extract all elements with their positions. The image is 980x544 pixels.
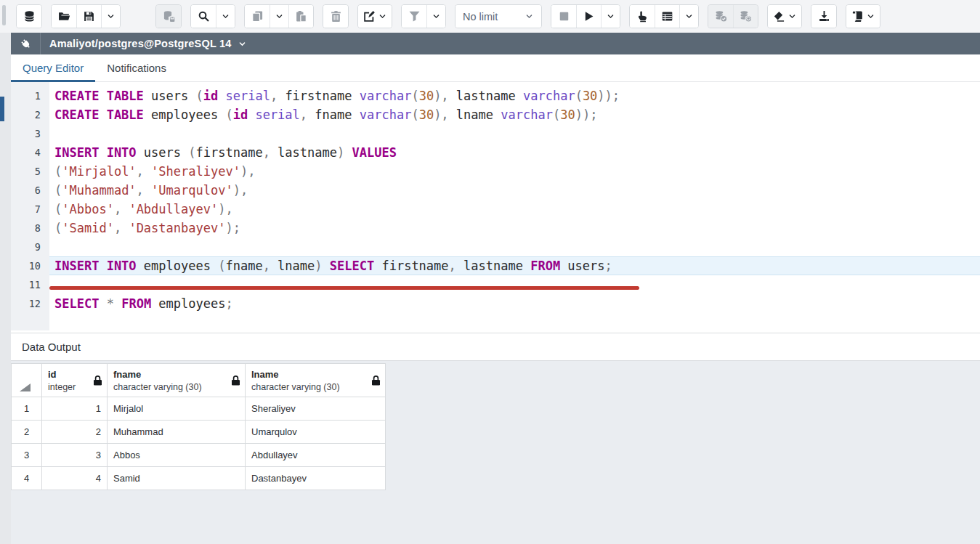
table-cell[interactable]: Sheraliyev <box>246 397 386 421</box>
line-code[interactable] <box>49 124 980 143</box>
editor-line[interactable]: 2CREATE TABLE employees (id serial, fnam… <box>11 105 980 124</box>
execute-options-button[interactable] <box>601 5 620 28</box>
sql-token: ( <box>54 202 62 216</box>
copy-button[interactable] <box>245 5 270 28</box>
editor-line[interactable]: 6('Muhammad', 'Umarqulov'), <box>11 181 980 200</box>
table-cell[interactable]: Dastanbayev <box>246 467 386 490</box>
column-header-id[interactable]: idinteger <box>42 364 108 397</box>
line-code[interactable]: ('Samid', 'Dastanbayev'); <box>49 219 980 238</box>
line-code[interactable]: INSERT INTO employees (fname, lname) SEL… <box>49 256 980 275</box>
table-cell[interactable]: Umarqulov <box>246 421 386 444</box>
connection-group <box>16 4 42 28</box>
column-name: fname <box>113 369 229 380</box>
paste-button[interactable] <box>288 5 313 28</box>
find-group <box>190 4 235 28</box>
sql-editor[interactable]: 1CREATE TABLE users (id serial, firstnam… <box>11 82 980 333</box>
select-all-corner[interactable] <box>12 364 42 397</box>
table-cell[interactable]: 3 <box>42 444 108 467</box>
explain-options-button[interactable] <box>679 5 698 28</box>
row-number[interactable]: 1 <box>12 397 42 421</box>
cancel-query-button[interactable] <box>551 5 576 28</box>
table-cell[interactable]: Abdullayev <box>246 444 386 467</box>
panel-resize-handle[interactable] <box>0 97 4 121</box>
editor-line[interactable]: 5('Mirjalol', 'Sheraliyev'), <box>11 162 980 181</box>
line-code[interactable]: ('Mirjalol', 'Sheraliyev'), <box>49 162 980 181</box>
explain-analyze-button[interactable] <box>655 5 679 28</box>
line-code[interactable] <box>49 275 980 294</box>
sql-token: 30 <box>419 89 434 103</box>
table-cell[interactable]: 1 <box>42 397 108 421</box>
editor-line[interactable]: 10INSERT INTO employees (fname, lname) S… <box>11 256 980 275</box>
macros-button[interactable] <box>846 5 880 28</box>
chevron-down-icon <box>106 12 116 21</box>
find-button[interactable] <box>191 5 216 28</box>
sql-token: ) <box>337 145 352 160</box>
line-code[interactable]: CREATE TABLE employees (id serial, fname… <box>49 105 980 124</box>
find-options-button[interactable] <box>216 5 235 28</box>
chevron-down-icon <box>866 12 875 21</box>
tab-query-editor[interactable]: Query Editor <box>11 54 95 81</box>
new-connection-button[interactable] <box>17 5 41 28</box>
delete-button[interactable] <box>323 5 348 28</box>
rollback-button[interactable] <box>733 5 758 28</box>
chevron-down-icon[interactable] <box>238 39 247 49</box>
explain-button[interactable] <box>630 5 655 28</box>
panel-scrollbar-thumb[interactable] <box>2 5 6 25</box>
line-code[interactable]: SELECT * FROM employees; <box>49 294 980 313</box>
save-data-changes-button[interactable] <box>156 5 181 28</box>
row-number[interactable]: 4 <box>12 467 42 490</box>
editor-line[interactable]: 11 <box>11 275 980 294</box>
editor-line[interactable]: 3 <box>11 124 980 143</box>
sql-token: varchar <box>360 107 412 122</box>
sql-token: 'Mirjalol' <box>62 164 136 179</box>
tab-query-editor-label: Query Editor <box>23 62 84 74</box>
filter-options-button[interactable] <box>426 5 445 28</box>
sql-token: ; <box>605 259 612 273</box>
clear-button[interactable] <box>768 5 801 28</box>
table-cell[interactable]: Abbos <box>108 444 246 467</box>
commit-button[interactable] <box>708 5 733 28</box>
filter-button[interactable] <box>402 5 426 28</box>
sql-token <box>218 89 225 103</box>
line-code[interactable]: INSERT INTO users (firstname, lastname) … <box>49 143 980 162</box>
save-button[interactable] <box>76 5 101 28</box>
sql-token: ); <box>225 221 240 235</box>
line-code[interactable]: CREATE TABLE users (id serial, firstname… <box>49 86 980 105</box>
table-cell[interactable]: 4 <box>42 467 108 490</box>
download-button[interactable] <box>811 5 836 28</box>
line-number: 6 <box>11 181 49 200</box>
open-file-button[interactable] <box>52 5 76 28</box>
editor-line[interactable]: 9 <box>11 238 980 256</box>
column-header-fname[interactable]: fnamecharacter varying (30) <box>108 364 246 397</box>
table-cell[interactable]: Samid <box>108 467 246 490</box>
column-header-lname[interactable]: lnamecharacter varying (30) <box>246 364 386 397</box>
editor-line[interactable]: 7('Abbos', 'Abdullayev'), <box>11 200 980 219</box>
editor-line[interactable]: 8('Samid', 'Dastanbayev'); <box>11 219 980 238</box>
sql-token: INSERT INTO <box>54 145 137 160</box>
tab-notifications[interactable]: Notifications <box>95 54 178 81</box>
line-number: 12 <box>11 294 49 313</box>
line-code[interactable]: ('Muhammad', 'Umarqulov'), <box>49 181 980 200</box>
table-cell[interactable]: Muhammad <box>108 421 246 444</box>
row-number[interactable]: 3 <box>12 444 42 467</box>
line-code[interactable] <box>49 238 980 256</box>
row-number[interactable]: 2 <box>12 421 42 444</box>
editor-line[interactable]: 12SELECT * FROM employees; <box>11 294 980 313</box>
editor-line[interactable]: 4INSERT INTO users (firstname, lastname)… <box>11 143 980 162</box>
chevron-down-icon <box>684 12 694 21</box>
connection-status <box>11 33 41 54</box>
execute-button[interactable] <box>576 5 601 28</box>
save-options-button[interactable] <box>101 5 120 28</box>
stop-icon <box>558 10 570 23</box>
row-limit-select[interactable]: No limit <box>455 5 541 28</box>
editor-line[interactable]: 1CREATE TABLE users (id serial, firstnam… <box>11 86 980 105</box>
copy-options-button[interactable] <box>270 5 288 28</box>
chevron-down-icon <box>787 12 797 21</box>
line-code[interactable]: ('Abbos', 'Abdullayev'), <box>49 200 980 219</box>
sql-token: id <box>203 89 218 103</box>
table-cell[interactable]: 2 <box>42 421 108 444</box>
save-icon <box>83 10 95 23</box>
edit-button[interactable] <box>358 5 392 28</box>
table-cell[interactable]: Mirjalol <box>108 397 246 421</box>
connection-title[interactable]: Amaliyot/postgres@PostgreSQL 14 <box>49 38 232 49</box>
